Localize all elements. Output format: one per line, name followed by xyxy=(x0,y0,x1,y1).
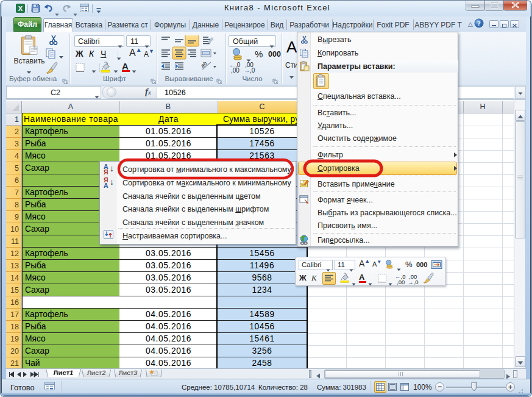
svg-text:?: ? xyxy=(477,20,481,27)
svg-text:ab: ab xyxy=(199,60,208,69)
svg-text:X: X xyxy=(18,5,23,12)
